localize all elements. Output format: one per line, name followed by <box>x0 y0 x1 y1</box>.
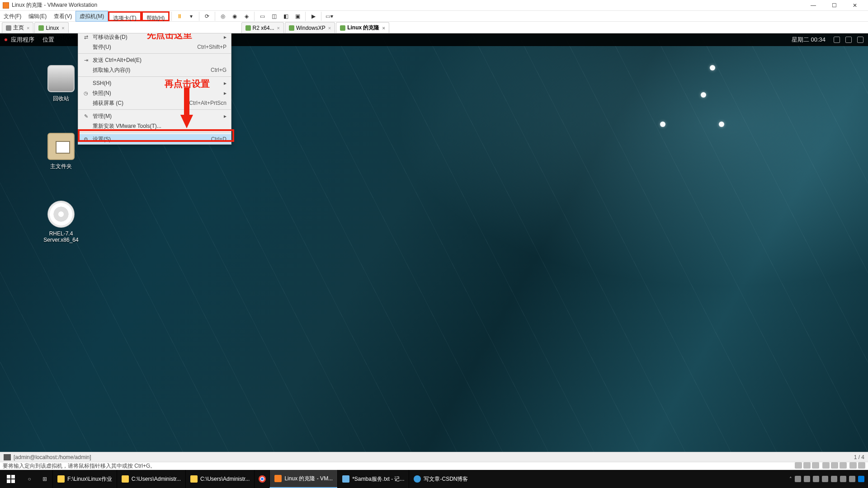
tab-home-label: 主页 <box>13 24 24 32</box>
system-tray[interactable]: ˄ <box>786 476 868 482</box>
pause-button[interactable]: ⏸ <box>175 11 184 21</box>
taskbar-browser[interactable]: 写文章-CSDN博客 <box>409 470 472 488</box>
menu-edit[interactable]: 编辑(E) <box>25 11 50 22</box>
send-cad-icon: ⇥ <box>82 57 90 63</box>
chevron-right-icon: ▸ <box>224 113 226 119</box>
menu-item-pause[interactable]: 暂停(U) Ctrl+Shift+P <box>78 42 231 52</box>
gnome-tray[interactable] <box>834 37 863 43</box>
close-icon[interactable]: × <box>27 25 29 31</box>
snapshot-button[interactable]: ◎ <box>218 11 228 21</box>
vmware-icon <box>3 2 9 9</box>
activities-icon <box>5 38 7 41</box>
power-icon[interactable] <box>857 37 863 43</box>
menu-item-reinstall-tools[interactable]: 重新安装 VMware Tools(T)... <box>78 121 231 131</box>
svg-marker-1 <box>180 88 193 128</box>
vm-icon <box>38 25 44 31</box>
toolbar-dropdown[interactable]: ▾ <box>186 11 196 21</box>
close-icon[interactable]: × <box>328 25 331 31</box>
wifi-icon[interactable] <box>831 476 837 482</box>
tray-icon[interactable] <box>822 476 828 482</box>
folder-icon <box>57 475 65 483</box>
menu-vm[interactable]: 虚拟机(M) <box>75 11 108 22</box>
tab-clone-label: Linux 的克隆 <box>347 24 379 32</box>
taskbar-folder-2[interactable]: C:\Users\Administr... <box>117 470 185 488</box>
ime-icon[interactable] <box>849 476 855 482</box>
view-dropdown[interactable]: ▭▾ <box>324 11 334 21</box>
tray-up-icon[interactable]: ˄ <box>789 476 792 482</box>
tray-icon[interactable] <box>795 476 801 482</box>
hint-text: 要将输入定向到该虚拟机，请将鼠标指针移入其中或按 Ctrl+G。 <box>3 462 156 470</box>
menu-help[interactable]: 帮助(H) <box>142 11 170 21</box>
device-status-icons[interactable] <box>793 462 865 470</box>
menu-item-grab-input[interactable]: 抓取输入内容(I) Ctrl+G <box>78 65 231 75</box>
taskbar-chrome[interactable] <box>254 470 269 488</box>
snapshot-revert-button[interactable]: ◉ <box>230 11 240 21</box>
tab-clone[interactable]: Linux 的克隆 × <box>336 22 389 33</box>
search-button[interactable]: ○ <box>22 470 37 488</box>
network-icon[interactable] <box>834 37 840 43</box>
desktop-icon-disc[interactable]: RHEL-7.4 Server.x86_64 <box>36 201 86 243</box>
tab-winxp[interactable]: WindowsXP × <box>285 22 335 33</box>
menu-tabs[interactable]: 选项卡(T) <box>108 11 141 21</box>
display-icon <box>849 462 857 469</box>
minimize-button[interactable]: — <box>803 0 824 11</box>
trash-icon <box>47 65 75 92</box>
close-icon[interactable]: × <box>61 25 64 31</box>
icon-label: RHEL-7.4 Server.x86_64 <box>36 230 86 243</box>
menu-item-settings[interactable]: ⚙ 设置(S)... Ctrl+D <box>78 134 231 144</box>
taskbar-vmware[interactable]: Linux 的克隆 - VM... <box>269 470 337 488</box>
status-prompt: [admin@localhost:/home/admin] <box>14 454 91 460</box>
notification-icon[interactable] <box>858 476 864 482</box>
taskbar-notepad[interactable]: *Samba服务.txt - 记... <box>337 470 409 488</box>
wallpaper-node <box>660 122 665 127</box>
maximize-button[interactable]: ☐ <box>824 0 844 11</box>
vmware-icon <box>274 475 282 482</box>
tray-icon[interactable] <box>804 476 810 482</box>
windows-taskbar: ○ ⊞ F:\Linux\Linux作业 C:\Users\Administr.… <box>0 470 868 488</box>
vm-desktop[interactable]: 应用程序 位置 星期二 00:34 ⏻ 电源(P) ▸ ⇄ 可移动设备(D) ▸ <box>0 33 868 452</box>
tab-linux[interactable]: Linux × <box>34 22 68 33</box>
taskview-button[interactable]: ⊞ <box>37 470 52 488</box>
wallpaper-node <box>701 92 706 98</box>
snapshot-manage-button[interactable]: ◈ <box>241 11 251 21</box>
svg-rect-2 <box>7 475 10 479</box>
chevron-right-icon: ▸ <box>224 34 226 40</box>
hdd-icon <box>795 462 802 469</box>
close-button[interactable]: ✕ <box>844 0 865 11</box>
unity-button[interactable]: ◫ <box>269 11 279 21</box>
console-button[interactable]: ▶ <box>308 11 318 21</box>
vm-icon <box>245 25 251 31</box>
volume-icon[interactable] <box>845 37 852 43</box>
start-button[interactable] <box>0 470 22 488</box>
menu-view[interactable]: 查看(V) <box>50 11 75 22</box>
menu-item-send-cad[interactable]: ⇥ 发送 Ctrl+Alt+Del(E) <box>78 55 231 65</box>
menu-item-capture-screen[interactable]: 捕获屏幕 (C) Ctrl+Alt+PrtScn <box>78 98 231 108</box>
fullscreen-button[interactable]: ▭ <box>257 11 267 21</box>
taskbar-folder-1[interactable]: F:\Linux\Linux作业 <box>52 470 117 488</box>
close-icon[interactable]: × <box>382 25 385 31</box>
volume-icon[interactable] <box>840 476 846 482</box>
gnome-applications[interactable]: 应用程序 <box>11 36 34 44</box>
svg-rect-3 <box>11 475 15 479</box>
menu-item-manage[interactable]: ✎ 管理(M) ▸ <box>78 111 231 121</box>
send-cad-button[interactable]: ⟳ <box>202 11 212 21</box>
tab-home[interactable]: 主页 × <box>2 22 33 33</box>
close-icon[interactable]: × <box>277 25 280 31</box>
cd-icon <box>803 462 811 469</box>
sound-icon <box>831 462 838 469</box>
stretch-button[interactable]: ▣ <box>292 11 302 21</box>
wallpaper-node <box>710 65 715 70</box>
menu-file[interactable]: 文件(F) <box>0 11 25 22</box>
icon-label: 主文件夹 <box>50 163 72 170</box>
chevron-right-icon: ▸ <box>224 80 226 86</box>
window-title: Linux 的克隆 - VMware Workstation <box>12 1 97 9</box>
gnome-clock[interactable]: 星期二 00:34 <box>792 36 826 44</box>
tray-icon[interactable] <box>813 476 819 482</box>
taskbar-folder-3[interactable]: C:\Users\Administr... <box>185 470 254 488</box>
gnome-places[interactable]: 位置 <box>42 36 54 44</box>
svg-rect-4 <box>7 479 10 483</box>
tab-r2[interactable]: R2 x64... × <box>241 22 284 33</box>
folder-home-icon <box>47 133 75 160</box>
vm-tab-strip: 主页 × Linux × R2 x64... × WindowsXP × Lin… <box>0 22 868 33</box>
multimon-button[interactable]: ◧ <box>281 11 291 21</box>
